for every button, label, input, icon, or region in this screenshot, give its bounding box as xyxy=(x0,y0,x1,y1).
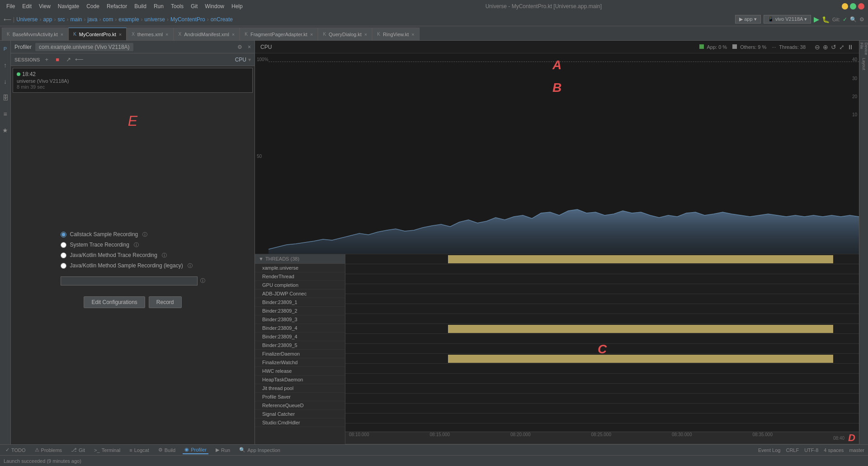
thread-item-binder2[interactable]: Binder:23809_2 xyxy=(255,307,345,315)
zoom-out-icon[interactable]: ⊖ xyxy=(815,43,820,51)
zoom-in-icon[interactable]: ⊕ xyxy=(823,43,828,51)
breadcrumb-java[interactable]: java xyxy=(88,16,98,23)
edit-configurations-button[interactable]: Edit Configurations xyxy=(84,296,145,308)
tab-querydialog[interactable]: K QueryDialog.kt × xyxy=(318,28,372,40)
tab-todo[interactable]: ✓ TODO xyxy=(4,446,28,454)
record-button[interactable]: Record xyxy=(149,296,182,308)
java-method-trace-info-icon[interactable]: ⓘ xyxy=(162,252,167,259)
thread-item-binder4b[interactable]: Binder:23809_4 xyxy=(255,333,345,341)
radio-java-method-sample[interactable]: Java/Kotlin Method Sample Recording (leg… xyxy=(61,262,205,269)
menu-edit[interactable]: Edit xyxy=(19,2,34,10)
java-method-sample-info-icon[interactable]: ⓘ xyxy=(188,262,193,269)
thread-item-gpu[interactable]: GPU completion xyxy=(255,281,345,290)
tab-profiler[interactable]: ◉ Profiler xyxy=(183,446,208,454)
sidebar-commit-icon[interactable]: ↑ xyxy=(1,61,10,70)
sidebar-db-icon[interactable]: 🗄 xyxy=(1,93,10,102)
tab-androidmanifest[interactable]: X AndroidManifest.xml × xyxy=(174,28,240,40)
tab-fragmentpageradapter[interactable]: K FragmentPagerAdapter.kt × xyxy=(240,28,318,40)
settings-icon[interactable]: ⚙ xyxy=(859,16,864,23)
menu-view[interactable]: View xyxy=(36,2,53,10)
thread-item-studio[interactable]: Studio:CmdHdler xyxy=(255,418,345,427)
menu-help[interactable]: Help xyxy=(229,2,245,10)
radio-system-trace-input[interactable] xyxy=(61,242,66,248)
thread-item-finalizer-daemon[interactable]: FinalizerDaemon xyxy=(255,350,345,358)
radio-java-method-sample-input[interactable] xyxy=(61,263,66,269)
tab-build[interactable]: ⚙ Build xyxy=(156,446,177,454)
tab-run[interactable]: ▶ Run xyxy=(214,446,232,454)
radio-system-trace[interactable]: System Trace Recording ⓘ xyxy=(61,242,205,248)
sidebar-structure-icon[interactable]: ≡ xyxy=(1,109,10,119)
tab-app-inspection[interactable]: 🔍 App Inspection xyxy=(237,446,282,454)
tab-close-icon[interactable]: × xyxy=(61,32,63,37)
menu-build[interactable]: Build xyxy=(132,2,149,10)
git-check-icon[interactable]: ✓ xyxy=(843,16,847,23)
tab-problems[interactable]: ⚠ Problems xyxy=(33,446,64,454)
thread-item-finalizer-watchd[interactable]: FinalizerWatchd xyxy=(255,358,345,367)
minimize-button[interactable] xyxy=(842,3,848,10)
close-button[interactable] xyxy=(858,3,864,10)
reset-zoom-icon[interactable]: ↺ xyxy=(831,43,836,51)
sidebar-bookmark-icon[interactable]: ★ xyxy=(1,126,10,135)
pause-icon[interactable]: ⏸ xyxy=(847,43,854,51)
thread-item-binder1[interactable]: Binder:23809_1 xyxy=(255,298,345,307)
breadcrumb-src[interactable]: src xyxy=(58,16,65,23)
debug-icon[interactable]: 🐛 xyxy=(822,16,830,23)
thread-item-adb[interactable]: ADB-JDWP Connec xyxy=(255,290,345,298)
radio-java-method-trace[interactable]: Java/Kotlin Method Trace Recording ⓘ xyxy=(61,252,205,259)
callstack-info-icon[interactable]: ⓘ xyxy=(142,231,147,238)
breadcrumb-universe[interactable]: Universe xyxy=(16,16,38,23)
sessions-back-button[interactable]: ⟵ xyxy=(75,56,83,64)
config-info-icon[interactable]: ⓘ xyxy=(200,277,205,284)
breadcrumb-mycontentpro[interactable]: MyContentPro xyxy=(170,16,205,23)
menu-code[interactable]: Code xyxy=(84,2,102,10)
radio-java-method-trace-input[interactable] xyxy=(61,252,66,258)
sessions-stop-button[interactable]: ■ xyxy=(53,56,61,64)
sessions-cpu-selector[interactable]: CPU ▾ xyxy=(235,57,251,63)
profiler-close-icon[interactable]: × xyxy=(248,44,251,50)
thread-item-universe[interactable]: xample.universe xyxy=(255,264,345,272)
thread-item-heap[interactable]: HeapTaskDaemon xyxy=(255,376,345,384)
breadcrumb-app[interactable]: app xyxy=(43,16,52,23)
thread-item-jit[interactable]: Jit thread pool xyxy=(255,384,345,393)
tab-mycontentpro[interactable]: K MyContentPro.kt × xyxy=(68,28,127,40)
tab-close-icon[interactable]: × xyxy=(232,32,235,37)
thread-item-binder5[interactable]: Binder:23809_5 xyxy=(255,341,345,350)
tab-basemvvmactivity[interactable]: K BaseMvvmActivity.kt × xyxy=(2,28,68,40)
thread-item-ref-queue[interactable]: ReferenceQueueD xyxy=(255,401,345,410)
session-item[interactable]: 18:42 universe (Vivo V2118A) 8 min 39 se… xyxy=(13,68,253,93)
device-selector[interactable]: 📱 vivo V2118A ▾ xyxy=(764,15,811,24)
breadcrumb-example[interactable]: example xyxy=(118,16,139,23)
search-icon[interactable]: 🔍 xyxy=(850,16,857,23)
zoom-fit-icon[interactable]: ⤢ xyxy=(839,43,844,51)
tab-close-icon[interactable]: × xyxy=(165,32,168,37)
menu-navigate[interactable]: Navigate xyxy=(55,2,82,10)
radio-callstack-input[interactable] xyxy=(61,232,66,238)
sessions-add-button[interactable]: + xyxy=(42,56,51,64)
menu-file[interactable]: File xyxy=(4,2,18,10)
right-icon-1[interactable]: Device File xyxy=(859,44,868,53)
menu-window[interactable]: Window xyxy=(202,2,227,10)
thread-item-profile-saver[interactable]: Profile Saver xyxy=(255,393,345,401)
tab-ringview[interactable]: K RingView.kt × xyxy=(372,28,419,40)
run-icon[interactable]: ▶ xyxy=(814,15,819,24)
tab-themes[interactable]: X themes.xml × xyxy=(127,28,173,40)
tab-git[interactable]: ⎇ Git xyxy=(69,446,87,454)
thread-item-signal-catcher[interactable]: Signal Catcher xyxy=(255,410,345,418)
menu-run[interactable]: Run xyxy=(151,2,166,10)
configuration-input[interactable] xyxy=(61,276,198,285)
thread-item-render[interactable]: RenderThread xyxy=(255,272,345,281)
tab-close-icon[interactable]: × xyxy=(364,32,367,37)
tab-close-icon[interactable]: × xyxy=(411,32,414,37)
sidebar-project-icon[interactable]: P xyxy=(1,44,10,53)
breadcrumb-main[interactable]: main xyxy=(71,16,82,23)
breadcrumb-com[interactable]: com xyxy=(103,16,113,23)
sessions-export-button[interactable]: ↗ xyxy=(64,56,72,64)
menu-bar[interactable]: File Edit View Navigate Code Refactor Bu… xyxy=(4,2,245,10)
radio-callstack[interactable]: Callstack Sample Recording ⓘ xyxy=(61,231,205,238)
menu-tools[interactable]: Tools xyxy=(168,2,186,10)
event-log-label[interactable]: Event Log xyxy=(758,447,781,453)
tab-terminal[interactable]: >_ Terminal xyxy=(92,447,122,454)
app-selector[interactable]: ▶ app ▾ xyxy=(735,15,760,24)
thread-item-hwc[interactable]: HWC release xyxy=(255,367,345,376)
tab-close-icon[interactable]: × xyxy=(119,32,122,37)
